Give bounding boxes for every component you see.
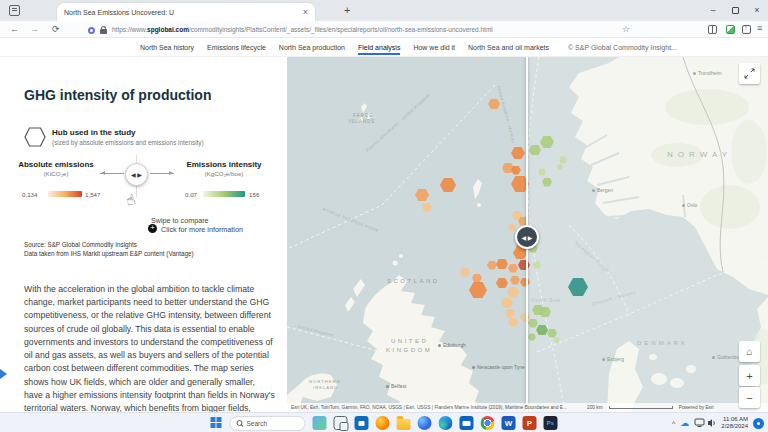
scale-bar <box>609 406 673 409</box>
hub-legend-subtitle: (sized by absolute emissions and emissio… <box>52 139 204 146</box>
plus-circle-icon: + <box>148 224 157 233</box>
nav-item[interactable]: North Sea history <box>140 40 194 55</box>
back-button[interactable]: ← <box>10 24 19 34</box>
swipe-hint: Swipe to compare <box>151 216 209 225</box>
emissions-intensity-unit: (KgCO₂e/boe) <box>205 170 244 177</box>
place-label: UNITED <box>391 338 428 344</box>
nav-item[interactable]: North Sea production <box>279 40 345 55</box>
chrome-icon[interactable] <box>481 416 495 430</box>
page-title: GHG intensity of production <box>24 87 211 103</box>
intensity-max-value: 156 <box>249 191 259 198</box>
network-volume-icons[interactable] <box>694 418 716 428</box>
maximize-icon <box>732 7 739 14</box>
edge-icon[interactable] <box>439 416 453 430</box>
click-hint: Click for more information <box>161 225 243 234</box>
nav-item[interactable]: Emissions lifecycle <box>207 40 266 55</box>
site-info-icon[interactable] <box>88 27 95 34</box>
refresh-button[interactable]: ⟳ <box>52 24 60 34</box>
body-paragraph: With the acceleration in the global ambi… <box>24 283 276 428</box>
map-attribution-bar: Esri UK, Esri, TomTom, Garmin, FAO, NOAA… <box>287 403 768 412</box>
hub-legend-title: Hub used in the study <box>52 128 136 137</box>
info-panel: GHG intensity of production Hub used in … <box>0 57 287 412</box>
window-maximize-button[interactable] <box>724 0 746 20</box>
favorite-star-icon[interactable]: ☆ <box>622 24 630 34</box>
absolute-emissions-unit: (KtCO₂e) <box>43 170 68 177</box>
site-nav-items: North Sea historyEmissions lifecycleNort… <box>140 40 549 55</box>
clock[interactable]: 11:06 AM 2/28/2024 <box>721 416 748 431</box>
city-marker: Belfast <box>386 383 406 389</box>
absolute-max-value: 1,547 <box>85 191 100 198</box>
place-label: FAROE <box>353 113 373 118</box>
absolute-emissions-gradient <box>48 191 82 197</box>
intensity-min-value: 0.07 <box>185 191 197 198</box>
page-edge-marker <box>0 369 7 379</box>
tab-actions-icon[interactable] <box>9 5 20 16</box>
start-button[interactable] <box>211 417 223 429</box>
widgets-icon[interactable] <box>313 416 327 430</box>
notifications-badge[interactable] <box>753 418 764 429</box>
city-marker: Newcastle upon Tyne <box>472 364 525 370</box>
site-nav: North Sea historyEmissions lifecycleNort… <box>0 38 768 57</box>
onedrive-icon[interactable]: ☁ <box>680 418 689 428</box>
site-nav-copyright[interactable]: © S&P Global Commodity Insight... <box>568 44 677 51</box>
powered-by: Powered by Esri <box>679 405 714 410</box>
split-screen-icon[interactable] <box>708 25 717 34</box>
map-swipe-handle[interactable]: ◀ ▶ <box>515 225 539 249</box>
collections-icon[interactable] <box>726 25 735 34</box>
right-layer-tint <box>528 57 768 412</box>
word-icon[interactable]: W <box>502 416 516 430</box>
browser-toolbar: ← → ⟳ https://www.spglobal.com/commodity… <box>0 21 768 38</box>
emissions-map[interactable]: ◀ ▶ ⌂ + − Esri UK, Esri, TomTom, Garmin,… <box>287 57 768 412</box>
task-view-icon[interactable] <box>334 416 348 430</box>
taskbar-search[interactable]: Search <box>230 416 306 431</box>
nav-item[interactable]: North Sea and oil markets <box>468 40 549 55</box>
city-label: Edinburgh <box>443 342 466 348</box>
city-dot <box>438 344 441 347</box>
search-icon <box>237 420 243 426</box>
file-explorer-icon[interactable] <box>397 419 411 430</box>
city-label: Newcastle upon Tyne <box>477 364 525 370</box>
browser-tab[interactable]: North Sea Emissions Uncovered: U × <box>57 3 315 21</box>
date: 2/28/2024 <box>721 423 748 429</box>
nav-item[interactable]: How we did it <box>413 40 455 55</box>
forward-button[interactable]: → <box>30 24 39 34</box>
legend-swipe-handle[interactable]: ◀ ▶ <box>125 163 148 186</box>
source-line-1: Source: S&P Global Commodity Insights <box>24 241 137 248</box>
map-zoom-in-button[interactable]: + <box>739 365 760 386</box>
hidden-icons-chevron[interactable]: ^ <box>672 420 675 427</box>
expand-map-button[interactable] <box>739 63 760 84</box>
powerpoint-icon[interactable]: P <box>523 416 537 430</box>
store-icon[interactable] <box>355 416 369 430</box>
expand-icon <box>744 68 755 79</box>
intensity-gradient <box>203 191 245 197</box>
tab-title: North Sea Emissions Uncovered: U <box>64 9 299 16</box>
map-zoom-out-button[interactable]: − <box>739 387 760 408</box>
window-close-button[interactable]: × <box>746 0 768 20</box>
window-minimize-button[interactable]: – <box>702 0 724 20</box>
city-label: Belfast <box>391 383 406 389</box>
nav-item[interactable]: Field analysis <box>358 40 400 55</box>
time: 11:06 AM <box>723 416 748 422</box>
settings-menu-icon[interactable]: ≡ <box>757 23 762 33</box>
place-label: KINGDOM <box>386 347 432 353</box>
arrow-right-icon <box>150 173 174 174</box>
firefox-icon[interactable] <box>376 416 390 430</box>
tab-close-icon[interactable]: × <box>303 7 308 17</box>
new-tab-button[interactable]: + <box>344 4 350 17</box>
lock-icon[interactable] <box>100 29 107 34</box>
address-bar[interactable]: https://www.spglobal.com/commodityinsigh… <box>112 26 493 33</box>
share-icon[interactable] <box>742 25 751 34</box>
emissions-intensity-label: Emissions intensity(KgCO₂e/boe) <box>182 160 266 178</box>
absolute-emissions-label: Absolute emissions(KtCO₂e) <box>14 160 98 178</box>
place-label: NORTHERN <box>309 379 341 384</box>
outlook-icon[interactable] <box>460 416 474 430</box>
city-dot <box>386 385 389 388</box>
copilot-icon[interactable] <box>418 416 432 430</box>
place-label: IRELAND <box>313 385 338 390</box>
photoshop-icon[interactable]: Ps <box>544 416 558 430</box>
scale-label: 200 km <box>587 405 603 410</box>
map-home-button[interactable]: ⌂ <box>739 341 760 362</box>
absolute-min-value: 0.134 <box>22 191 37 198</box>
browser-tab-strip: North Sea Emissions Uncovered: U × + – × <box>0 0 768 21</box>
arrow-left-icon <box>100 173 124 174</box>
